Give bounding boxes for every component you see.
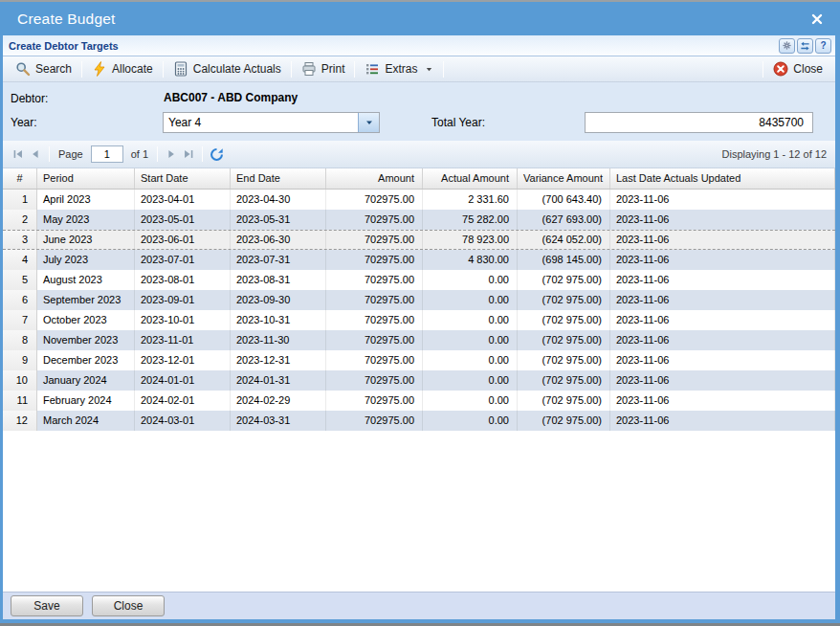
table-cell: 2023-11-06	[610, 270, 835, 290]
table-cell: 2023-06-01	[135, 231, 231, 249]
column-header[interactable]: Actual Amount	[423, 168, 518, 189]
year-select[interactable]: Year 4	[163, 112, 380, 133]
column-header[interactable]: Variance Amount	[518, 168, 610, 189]
table-row[interactable]: 8November 20232023-11-012023-11-30702975…	[3, 330, 835, 350]
column-header[interactable]: Period	[37, 168, 135, 189]
close-button[interactable]: Close	[92, 595, 165, 616]
row-number-cell: 7	[3, 310, 37, 330]
allocate-button[interactable]: Allocate	[85, 59, 160, 78]
table-cell: April 2023	[37, 190, 135, 210]
year-label: Year:	[11, 116, 37, 129]
toolbar-close-button-label: Close	[793, 62, 823, 76]
table-cell: 2023-05-01	[135, 210, 231, 230]
table-row[interactable]: 3June 20232023-06-012023-06-30702975.007…	[3, 230, 835, 250]
page-number-input[interactable]	[91, 145, 123, 163]
refresh-tool-button[interactable]	[797, 38, 813, 54]
settings-gear-button[interactable]	[779, 38, 795, 54]
table-cell: (627 693.00)	[518, 210, 610, 230]
extras-button-label: Extras	[385, 62, 417, 76]
table-cell: December 2023	[37, 350, 135, 370]
toolbar-separator	[163, 61, 164, 78]
table-row[interactable]: 12March 20242024-03-012024-03-31702975.0…	[3, 411, 835, 431]
table-cell: 702975.00	[326, 370, 423, 391]
table-cell: 2 331.60	[423, 190, 518, 210]
table-row[interactable]: 6September 20232023-09-012023-09-3070297…	[3, 290, 835, 310]
search-button-label: Search	[35, 62, 72, 76]
extras-button[interactable]: Extras	[358, 59, 439, 78]
window-close-icon[interactable]	[809, 11, 825, 27]
last-page-button[interactable]	[180, 145, 197, 163]
row-number-cell: 4	[3, 250, 37, 270]
table-cell: 0.00	[423, 391, 518, 411]
table-row[interactable]: 11February 20242024-02-012024-02-2970297…	[3, 391, 835, 411]
paging-separator	[202, 146, 203, 162]
table-row[interactable]: 10January 20242024-01-012024-01-31702975…	[3, 370, 835, 391]
table-row[interactable]: 7October 20232023-10-012023-10-31702975.…	[3, 310, 835, 330]
table-cell: 2023-11-30	[231, 330, 326, 350]
previous-page-button[interactable]	[27, 145, 44, 163]
help-button[interactable]: ?	[815, 38, 831, 54]
table-row[interactable]: 9December 20232023-12-012023-12-31702975…	[3, 350, 835, 370]
table-cell: 702975.00	[326, 330, 423, 350]
table-cell: 2024-02-29	[231, 391, 326, 411]
table-cell: 2023-04-01	[135, 190, 231, 210]
table-cell: August 2023	[37, 270, 135, 290]
table-cell: June 2023	[37, 231, 135, 249]
print-button-label: Print	[321, 62, 345, 76]
table-cell: 2023-07-01	[135, 250, 231, 270]
calculator-icon	[173, 61, 188, 77]
refresh-button[interactable]	[208, 145, 225, 163]
window-titlebar: Create Budget	[0, 2, 840, 35]
table-cell: 75 282.00	[423, 210, 518, 230]
table-cell: 2023-11-06	[610, 411, 835, 431]
table-cell: November 2023	[37, 330, 135, 350]
calculate-actuals-button[interactable]: Calculate Actuals	[166, 59, 288, 78]
grid-body: 1April 20232023-04-012023-04-30702975.00…	[3, 190, 835, 592]
table-cell: 702975.00	[326, 350, 423, 370]
table-cell: 0.00	[423, 350, 518, 370]
table-cell: 2023-07-31	[231, 250, 326, 270]
column-header[interactable]: Amount	[326, 168, 423, 189]
table-row[interactable]: 2May 20232023-05-012023-05-31702975.0075…	[3, 210, 835, 230]
table-row[interactable]: 1April 20232023-04-012023-04-30702975.00…	[3, 190, 835, 210]
table-cell: 2024-03-01	[135, 411, 231, 431]
row-number-cell: 10	[3, 370, 37, 391]
table-cell: 702975.00	[326, 250, 423, 270]
row-number-cell: 6	[3, 290, 37, 310]
search-button[interactable]: Search	[9, 59, 78, 78]
table-row[interactable]: 5August 20232023-08-012023-08-31702975.0…	[3, 270, 835, 290]
table-cell: May 2023	[37, 210, 135, 230]
table-cell: 2023-11-06	[610, 310, 835, 330]
column-header[interactable]: #	[3, 168, 37, 189]
table-cell: (698 145.00)	[518, 250, 610, 270]
column-header[interactable]: End Date	[231, 168, 326, 189]
toolbar-separator	[354, 61, 355, 78]
table-cell: 2023-12-01	[135, 350, 231, 370]
table-cell: 2023-11-06	[610, 370, 835, 391]
next-page-button[interactable]	[163, 145, 180, 163]
toolbar-close-button[interactable]: Close	[766, 59, 829, 78]
table-cell: 702975.00	[326, 411, 423, 431]
table-cell: 2023-11-06	[610, 231, 835, 249]
save-button[interactable]: Save	[11, 595, 83, 616]
table-cell: January 2024	[37, 370, 135, 391]
column-header[interactable]: Start Date	[135, 168, 231, 189]
total-year-input[interactable]	[585, 112, 813, 133]
table-cell: 0.00	[423, 270, 518, 290]
table-cell: (702 975.00)	[518, 350, 610, 370]
row-number-cell: 9	[3, 350, 37, 370]
table-cell: 2023-05-31	[231, 210, 326, 230]
print-button[interactable]: Print	[295, 59, 352, 78]
year-select-trigger[interactable]	[358, 113, 379, 132]
table-cell: 0.00	[423, 290, 518, 310]
paging-separator	[157, 146, 158, 162]
table-cell: 2023-11-06	[610, 330, 835, 350]
table-cell: 2023-08-31	[231, 270, 326, 290]
first-page-button[interactable]	[10, 145, 27, 163]
close-red-icon	[773, 61, 788, 77]
table-cell: 2023-11-06	[610, 210, 835, 230]
table-cell: October 2023	[37, 310, 135, 330]
table-row[interactable]: 4July 20232023-07-012023-07-31702975.004…	[3, 250, 835, 270]
debtor-label: Debtor:	[11, 92, 48, 105]
column-header[interactable]: Last Date Actuals Updated	[610, 168, 835, 189]
